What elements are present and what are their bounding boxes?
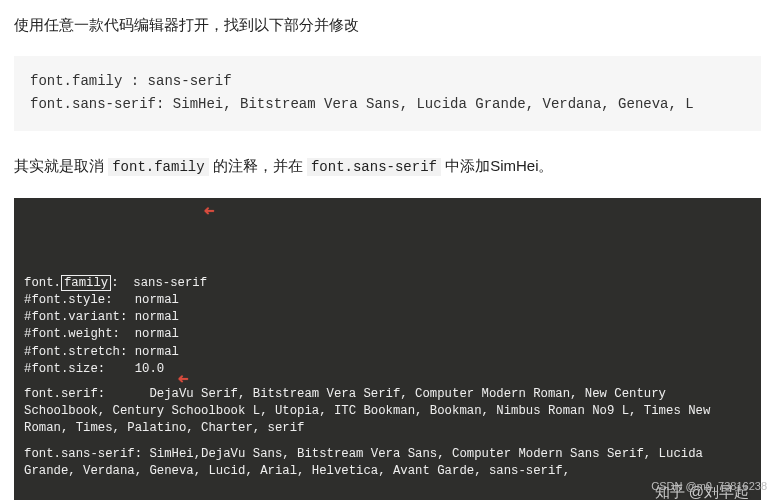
mid-p2: 的注释，并在	[209, 157, 307, 174]
light-code-line1: font.family : sans-serif	[30, 73, 232, 89]
g1-prefix: font.	[24, 276, 61, 290]
csdn-footer: CSDN @m0_73816238	[651, 477, 767, 496]
dark-group-3: font.sans-serif: SimHei,DejaVu Sans, Bit…	[24, 446, 751, 480]
dark-group-2: font.serif: DejaVu Serif, Bitstream Vera…	[24, 386, 751, 438]
inline-code-font-sans-serif: font.sans-serif	[307, 158, 441, 176]
inline-code-font-family: font.family	[108, 158, 208, 176]
mid-p3: 中添加SimHei。	[441, 157, 554, 174]
arrow-icon: ➜	[204, 200, 215, 225]
g1-l4: #font.weight: normal	[24, 327, 179, 341]
explanation-text: 其实就是取消 font.family 的注释，并在 font.sans-seri…	[14, 153, 761, 180]
dark-code-block: ➜ ➜ font.family: sans-serif #font.style:…	[14, 198, 761, 500]
g1-l3: #font.variant: normal	[24, 310, 179, 324]
mid-p1: 其实就是取消	[14, 157, 108, 174]
light-code-line2: font.sans-serif: SimHei, Bitstream Vera …	[30, 96, 694, 112]
g1-l2: #font.style: normal	[24, 293, 179, 307]
g1-suffix: : sans-serif	[111, 276, 207, 290]
dark-group-1: font.family: sans-serif #font.style: nor…	[24, 275, 751, 378]
highlighted-family: family	[61, 275, 111, 291]
arrow-icon: ➜	[178, 368, 189, 393]
g1-l6: #font.size: 10.0	[24, 362, 164, 376]
light-code-block: font.family : sans-serif font.sans-serif…	[14, 56, 761, 132]
intro-text: 使用任意一款代码编辑器打开，找到以下部分并修改	[14, 12, 761, 38]
g1-l5: #font.stretch: normal	[24, 345, 179, 359]
